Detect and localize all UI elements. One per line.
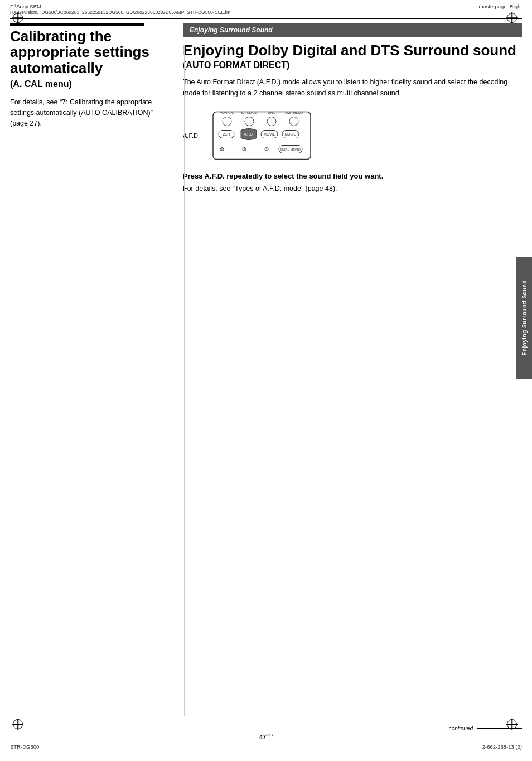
- page-footer: continued 47GB STR-DG500 2-662-258-13 (2…: [0, 723, 532, 750]
- remote-area: A.F.D. MD/TAPE SA-CD/CD TUNER AMP MENU: [183, 108, 522, 163]
- svg-text:SA-CD/CD: SA-CD/CD: [241, 110, 258, 114]
- badge-bar: Enjoying Surround Sound: [183, 23, 522, 37]
- header-left: F:\Sony SEM HA\Revision5_DG500\JC060283_…: [10, 3, 230, 16]
- side-tab-text: Enjoying Surround Sound: [521, 280, 528, 355]
- svg-text:A.F.D.: A.F.D.: [244, 132, 254, 136]
- svg-text:1: 1: [221, 148, 223, 151]
- corner-marker-tl: [12, 12, 26, 26]
- filepath-top: F:\Sony SEM: [10, 3, 230, 9]
- main-content: Calibrating the appropriate settings aut…: [0, 23, 532, 194]
- svg-text:2: 2: [244, 148, 245, 151]
- bottom-rule: [10, 723, 522, 724]
- filepath-bottom: HA\Revision5_DG500\JC060283_2662258132DG…: [10, 9, 230, 16]
- svg-text:MD/TAPE: MD/TAPE: [220, 110, 234, 114]
- svg-text:TUNER: TUNER: [266, 110, 278, 114]
- page-header: F:\Sony SEM HA\Revision5_DG500\JC060283_…: [0, 0, 532, 17]
- badge-text: Enjoying Surround Sound: [190, 26, 273, 34]
- right-column: Enjoying Surround Sound Enjoying Dolby D…: [177, 23, 522, 194]
- right-subtitle: (AUTO FORMAT DIRECT): [183, 60, 522, 70]
- continued-rule: [477, 728, 522, 729]
- svg-point-3: [245, 117, 254, 126]
- footer-product-line: STR-DG500 2-662-258-13 (2): [10, 744, 522, 750]
- continued-text: continued: [449, 725, 473, 731]
- svg-text:DUAL MONO: DUAL MONO: [280, 148, 301, 151]
- corner-marker-tr: [506, 12, 520, 26]
- continued-line: continued: [10, 725, 522, 731]
- press-title: Press A.F.D. repeatedly to select the so…: [183, 171, 522, 181]
- svg-point-1: [223, 117, 231, 126]
- afd-label: A.F.D.: [183, 132, 200, 139]
- svg-point-7: [289, 117, 298, 126]
- left-main-title: Calibrating the appropriate settings aut…: [10, 28, 164, 76]
- press-body: For details, see “Types of A.F.D. mode” …: [183, 184, 522, 194]
- product-code: 2-662-258-13 (2): [482, 744, 522, 750]
- svg-text:3: 3: [266, 148, 268, 151]
- vertical-divider: [184, 45, 185, 716]
- product-name: STR-DG500: [10, 744, 39, 750]
- remote-control-image: MD/TAPE SA-CD/CD TUNER AMP MENU 2CH A.F.…: [207, 108, 319, 163]
- right-body-text: The Auto Format Direct (A.F.D.) mode all…: [183, 77, 522, 99]
- svg-text:AMP MENU: AMP MENU: [285, 110, 303, 114]
- left-column: Calibrating the appropriate settings aut…: [10, 23, 177, 194]
- side-tab: Enjoying Surround Sound: [516, 257, 532, 379]
- left-body-text: For details, see “7: Calibrating the app…: [10, 97, 164, 128]
- left-title-bar: [10, 23, 144, 26]
- top-rule: [10, 18, 522, 19]
- left-subtitle: (A. CAL menu): [10, 79, 164, 89]
- svg-text:MOVIE: MOVIE: [263, 132, 275, 136]
- svg-point-5: [267, 117, 276, 126]
- svg-text:MUSIC: MUSIC: [284, 132, 296, 136]
- page-number: 47GB: [259, 733, 273, 740]
- page-number-line: 47GB: [10, 733, 522, 740]
- right-main-title: Enjoying Dolby Digital and DTS Surround …: [183, 42, 522, 59]
